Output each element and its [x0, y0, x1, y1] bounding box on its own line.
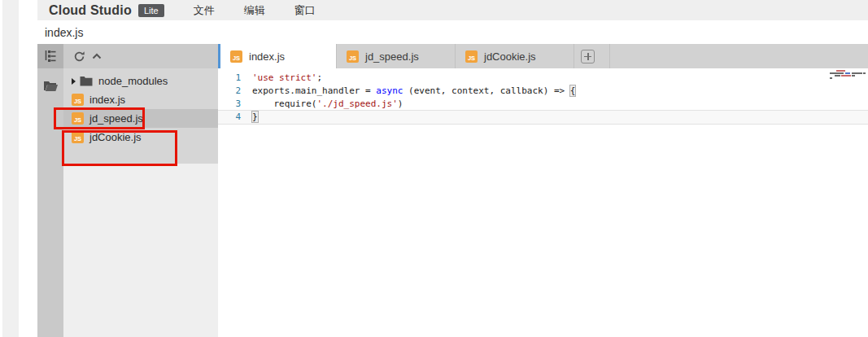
tab-bar: JSindex.jsJSjd_speed.jsJSjdCookie.js [218, 44, 868, 68]
tree-item-jd-speed-js[interactable]: JSjd_speed.js [63, 109, 218, 128]
js-file-icon: JS [230, 50, 242, 63]
add-tab-icon[interactable] [581, 50, 595, 63]
code-editor[interactable]: 1'use strict';2exports.main_handler = as… [218, 68, 868, 337]
breadcrumb: index.js [37, 20, 868, 44]
app-logo: Cloud Studio [49, 3, 132, 18]
js-file-icon: JS [347, 50, 359, 63]
js-file-icon: JS [72, 131, 84, 143]
collapse-icon[interactable] [88, 47, 106, 65]
minimap[interactable] [830, 70, 866, 85]
js-file-icon: JS [72, 112, 84, 125]
line-number: 2 [218, 85, 242, 98]
tree-item-label: index.js [89, 94, 125, 106]
code-line-text: } [252, 111, 258, 124]
tree-item-index-js[interactable]: JSindex.js [63, 90, 218, 109]
tree-item-label: jd_speed.js [89, 112, 143, 125]
tab-index-js[interactable]: JSindex.js [220, 44, 337, 68]
activity-bar [37, 44, 63, 337]
open-folder-icon[interactable] [37, 73, 63, 98]
explorer-toolbar [63, 44, 218, 68]
file-explorer: node_modulesJSindex.jsJSjd_speed.jsJSjdC… [63, 44, 218, 337]
js-file-icon: JS [465, 50, 478, 63]
tab-jd-speed-js[interactable]: JSjd_speed.js [337, 44, 456, 68]
left-gutter-strip [2, 0, 19, 337]
main-area: node_modulesJSindex.jsJSjd_speed.jsJSjdC… [37, 44, 868, 337]
code-line-text: 'use strict'; [252, 72, 322, 85]
breadcrumb-file[interactable]: index.js [45, 26, 83, 39]
tree-item-jdcookie-js[interactable]: JSjdCookie.js [63, 128, 218, 147]
cloud-studio-window: Cloud Studio Lite 文件编辑窗口 index.js [0, 0, 868, 337]
menu-bar: Cloud Studio Lite 文件编辑窗口 [37, 0, 868, 20]
tree-item-label: node_modules [98, 75, 168, 87]
explorer-empty-area [63, 164, 218, 337]
menubar-item[interactable]: 文件 [194, 3, 215, 18]
line-number: 4 [218, 111, 242, 124]
tab-label: jd_speed.js [365, 50, 419, 63]
menubar-item[interactable]: 窗口 [294, 3, 316, 18]
file-tree: node_modulesJSindex.jsJSjd_speed.jsJSjdC… [63, 68, 218, 164]
tree-item-node-modules[interactable]: node_modules [63, 72, 218, 90]
editor-column: JSindex.jsJSjd_speed.jsJSjdCookie.js 1'u… [218, 44, 868, 337]
tree-item-label: jdCookie.js [89, 131, 142, 143]
app-frame: Cloud Studio Lite 文件编辑窗口 index.js [37, 0, 868, 337]
tab-label: index.js [249, 50, 285, 63]
code-line-4[interactable]: 4} [218, 111, 868, 124]
line-number: 3 [218, 98, 242, 111]
lite-badge: Lite [138, 4, 164, 17]
tab-jdcookie-js[interactable]: JSjdCookie.js [456, 44, 574, 68]
folder-icon [80, 76, 93, 86]
code-line-text: exports.main_handler = async (event, con… [252, 85, 575, 98]
outline-icon[interactable] [37, 44, 63, 68]
code-line-1[interactable]: 1'use strict'; [218, 72, 868, 85]
code-line-3[interactable]: 3 require('./jd_speed.js') [218, 98, 868, 111]
new-tab-cell [574, 44, 610, 68]
js-file-icon: JS [72, 94, 84, 106]
code-line-2[interactable]: 2exports.main_handler = async (event, co… [218, 85, 868, 98]
menubar-item[interactable]: 编辑 [244, 3, 265, 18]
expand-arrow-icon[interactable] [72, 78, 76, 85]
menu-items: 文件编辑窗口 [164, 3, 316, 18]
tab-label: jdCookie.js [484, 50, 536, 63]
code-line-text: require('./jd_speed.js') [252, 98, 403, 111]
refresh-icon[interactable] [70, 47, 88, 65]
line-number: 1 [218, 72, 242, 85]
